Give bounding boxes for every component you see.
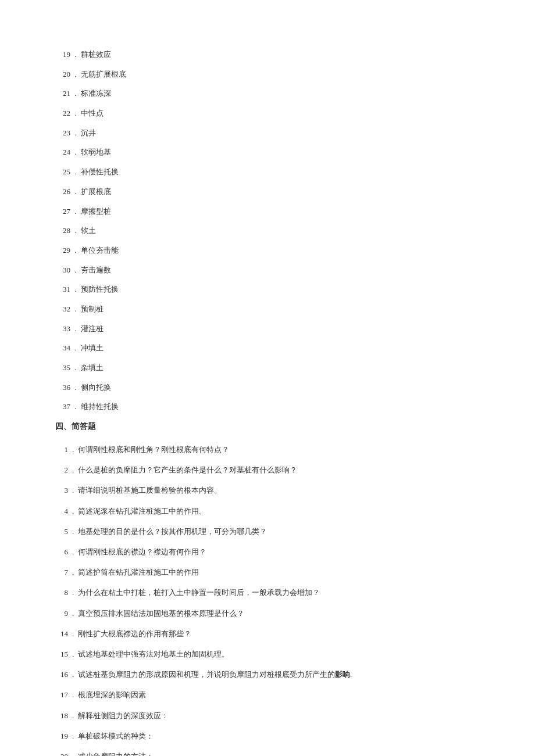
item-dot: . bbox=[68, 567, 78, 578]
list-item: 22.中性点 bbox=[55, 108, 480, 119]
item-dot: . bbox=[68, 526, 78, 537]
item-number: 1 bbox=[55, 445, 68, 455]
item-text: 标准冻深 bbox=[81, 88, 480, 99]
item-number: 26 bbox=[55, 187, 70, 197]
item-dot: . bbox=[70, 167, 81, 177]
item-number: 37 bbox=[55, 402, 70, 412]
section-b-heading: 四、简答题 bbox=[55, 421, 480, 432]
item-text: 何谓刚性根底和刚性角？刚性根底有何特点？ bbox=[78, 445, 480, 455]
item-number: 34 bbox=[55, 343, 70, 353]
item-number: 24 bbox=[55, 147, 70, 157]
item-dot: . bbox=[70, 304, 81, 314]
item-number: 18 bbox=[55, 711, 68, 721]
list-item: 30.夯击遍数 bbox=[55, 265, 480, 275]
item-text: 刚性扩大根底襟边的作用有那些？ bbox=[78, 629, 480, 639]
list-item: 27.摩擦型桩 bbox=[55, 206, 480, 217]
item-number: 20 bbox=[55, 69, 70, 80]
item-text: 真空预压排水固结法加固地基的根本原理是什么？ bbox=[78, 608, 480, 619]
item-text: 预制桩 bbox=[81, 304, 480, 314]
list-item: 25.补偿性托换 bbox=[55, 167, 480, 177]
list-item: 2.什么是桩的负摩阻力？它产生的条件是什么？对基桩有什么影响？ bbox=[55, 465, 480, 475]
item-dot: . bbox=[70, 265, 81, 275]
item-text: 预防性托换 bbox=[81, 284, 480, 295]
item-number: 3 bbox=[55, 485, 68, 496]
item-text: 简述泥浆在钻孔灌注桩施工中的作用。 bbox=[78, 506, 480, 517]
item-text: 什么是桩的负摩阻力？它产生的条件是什么？对基桩有什么影响？ bbox=[78, 465, 480, 475]
item-text: 根底埋深的影响因素 bbox=[78, 690, 480, 700]
list-item: 34.冲填土 bbox=[55, 343, 480, 353]
item-dot: . bbox=[70, 225, 81, 236]
item-dot: . bbox=[70, 343, 81, 353]
list-item: 4.简述泥浆在钻孔灌注桩施工中的作用。 bbox=[55, 506, 480, 517]
item-text: 单桩破坏模式的种类： bbox=[78, 731, 480, 741]
list-item: 6.何谓刚性根底的襟边？襟边有何作用？ bbox=[55, 547, 480, 557]
item-number: 2 bbox=[55, 465, 68, 475]
item-dot: . bbox=[68, 445, 78, 455]
list-item: 31.预防性托换 bbox=[55, 284, 480, 295]
item-number: 29 bbox=[55, 245, 70, 256]
item-dot: . bbox=[68, 669, 78, 680]
bold-text: 影响 bbox=[335, 670, 350, 679]
item-number: 22 bbox=[55, 108, 70, 119]
item-text: 地基处理的目的是什么？按其作用机理，可分为哪几类？ bbox=[78, 526, 480, 537]
item-number: 28 bbox=[55, 225, 70, 236]
item-dot: . bbox=[70, 147, 81, 157]
item-number: 30 bbox=[55, 265, 70, 275]
item-number: 17 bbox=[55, 690, 68, 700]
item-number: 19 bbox=[55, 731, 68, 741]
item-number: 5 bbox=[55, 526, 68, 537]
item-text: 杂填土 bbox=[81, 363, 480, 373]
item-text: 为什么在粘土中打桩，桩打入土中静置一段时间后，一般承载力会增加？ bbox=[78, 587, 480, 598]
item-dot: . bbox=[68, 547, 78, 557]
item-dot: . bbox=[70, 128, 81, 138]
list-item: 24.软弱地基 bbox=[55, 147, 480, 157]
list-item: 20.无筋扩展根底 bbox=[55, 69, 480, 80]
item-text: 夯击遍数 bbox=[81, 265, 480, 275]
list-item: 18.解释桩侧阻力的深度效应： bbox=[55, 711, 480, 721]
item-dot: . bbox=[68, 608, 78, 619]
list-item: 36.侧向托换 bbox=[55, 382, 480, 393]
list-item: 23.沉井 bbox=[55, 128, 480, 138]
list-item: 8.为什么在粘土中打桩，桩打入土中静置一段时间后，一般承载力会增加？ bbox=[55, 587, 480, 598]
item-dot: . bbox=[68, 485, 78, 496]
item-text: 沉井 bbox=[81, 128, 480, 138]
list-item: 20.减少负摩阻力的方法： bbox=[55, 751, 480, 756]
item-dot: . bbox=[70, 324, 81, 334]
item-dot: . bbox=[68, 711, 78, 721]
item-number: 4 bbox=[55, 506, 68, 517]
list-item: 16.试述桩基负摩阻力的形成原因和机理，并说明负摩阻力对桩根底受力所产生的影响. bbox=[55, 669, 480, 680]
item-dot: . bbox=[70, 206, 81, 217]
section-b-list: 1.何谓刚性根底和刚性角？刚性根底有何特点？2.什么是桩的负摩阻力？它产生的条件… bbox=[55, 445, 480, 756]
item-dot: . bbox=[70, 245, 81, 256]
list-item: 32.预制桩 bbox=[55, 304, 480, 314]
item-dot: . bbox=[70, 363, 81, 373]
item-dot: . bbox=[70, 49, 81, 60]
item-text: 灌注桩 bbox=[81, 324, 480, 334]
item-dot: . bbox=[68, 690, 78, 700]
item-text: 解释桩侧阻力的深度效应： bbox=[78, 711, 480, 721]
item-text: 试述桩基负摩阻力的形成原因和机理，并说明负摩阻力对桩根底受力所产生的影响. bbox=[78, 669, 480, 680]
item-dot: . bbox=[68, 731, 78, 741]
list-item: 26.扩展根底 bbox=[55, 187, 480, 197]
list-item: 1.何谓刚性根底和刚性角？刚性根底有何特点？ bbox=[55, 445, 480, 455]
list-item: 28.软土 bbox=[55, 225, 480, 236]
item-number: 19 bbox=[55, 49, 70, 60]
item-dot: . bbox=[70, 69, 81, 80]
list-item: 14.刚性扩大根底襟边的作用有那些？ bbox=[55, 629, 480, 639]
item-number: 15 bbox=[55, 649, 68, 660]
item-dot: . bbox=[68, 506, 78, 517]
item-text: 冲填土 bbox=[81, 343, 480, 353]
list-item: 9.真空预压排水固结法加固地基的根本原理是什么？ bbox=[55, 608, 480, 619]
item-text: 摩擦型桩 bbox=[81, 206, 480, 217]
item-dot: . bbox=[68, 751, 78, 756]
item-number: 21 bbox=[55, 88, 70, 99]
item-text: 软弱地基 bbox=[81, 147, 480, 157]
item-dot: . bbox=[68, 587, 78, 598]
list-item: 33.灌注桩 bbox=[55, 324, 480, 334]
list-item: 37.维持性托换 bbox=[55, 402, 480, 412]
list-item: 3.请详细说明桩基施工质量检验的根本内容。 bbox=[55, 485, 480, 496]
section-a-list: 19.群桩效应20.无筋扩展根底21.标准冻深22.中性点23.沉井24.软弱地… bbox=[55, 49, 480, 413]
list-item: 35.杂填土 bbox=[55, 363, 480, 373]
item-number: 20 bbox=[55, 751, 68, 756]
item-text: 减少负摩阻力的方法： bbox=[78, 751, 480, 756]
